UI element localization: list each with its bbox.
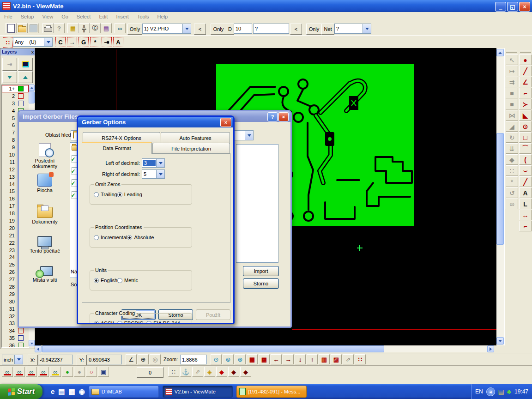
shear-icon[interactable]: ◢ — [506, 121, 518, 132]
group-icon[interactable]: ∞ — [506, 199, 518, 209]
layer-color-box[interactable] — [18, 335, 24, 341]
cancel-button[interactable]: Storno — [243, 278, 279, 289]
places-bar-item[interactable]: Plocha — [22, 174, 68, 204]
highlight-g-icon[interactable]: G — [79, 37, 89, 47]
move-icon[interactable]: ↦ — [506, 66, 518, 76]
layer-select-combo[interactable]: 1) V2.PHO — [142, 24, 191, 34]
view-trace-glasses-icon[interactable]: ∞ — [38, 367, 49, 377]
zoom-value-input[interactable]: 1.8866 — [180, 355, 207, 364]
view-lines-glasses-icon[interactable]: ∞ — [14, 367, 25, 377]
view-flash-glasses-icon[interactable]: ∞ — [26, 367, 37, 377]
places-bar-item[interactable]: Dokumenty — [22, 204, 68, 235]
settings-gear-icon[interactable]: * — [506, 176, 518, 187]
draw-circle-icon[interactable]: ⊙ — [519, 121, 532, 132]
language-indicator[interactable]: EN — [475, 388, 483, 395]
new-file-icon[interactable] — [6, 23, 17, 33]
bulb-on-icon[interactable]: ● — [62, 367, 73, 377]
chevron-down-icon[interactable] — [156, 159, 164, 167]
radio-option[interactable]: Leading — [117, 192, 142, 197]
dcode-list-icon[interactable]: Ⓒ — [90, 23, 101, 33]
ie-icon[interactable]: e — [51, 387, 54, 396]
step-icon[interactable]: ⇥ — [102, 37, 112, 47]
radio-icon[interactable] — [94, 192, 99, 197]
chevron-down-icon[interactable] — [182, 24, 191, 33]
prev-layer-button[interactable]: < — [194, 24, 206, 35]
help-icon[interactable]: ? — [267, 112, 278, 121]
copy-icon[interactable]: ⇉ — [506, 77, 518, 87]
layer-row[interactable]: 3 — [2, 100, 29, 107]
inspect-glasses-icon[interactable]: ∞ — [115, 23, 126, 33]
draw-text-icon[interactable]: A — [519, 187, 532, 198]
menu-item[interactable]: Insert — [112, 14, 133, 19]
mirror-icon[interactable]: ⋈ — [506, 110, 518, 121]
menu-item[interactable]: File — [0, 14, 17, 19]
layer-color-box[interactable] — [18, 93, 24, 99]
apply-button[interactable]: Použít — [196, 309, 230, 320]
zoom-dynamic-icon[interactable]: ⊛ — [235, 354, 246, 364]
scroll-left-icon[interactable] — [35, 345, 42, 352]
layer-scroll-thumb[interactable] — [29, 91, 35, 103]
zoom-in-icon[interactable]: ⊙ — [211, 354, 222, 364]
taskbar-task[interactable]: D:\MLAB — [89, 386, 159, 398]
net-select-combo[interactable]: ? — [334, 24, 371, 34]
pad-black-icon[interactable]: ◆ — [240, 367, 251, 377]
radio-option[interactable]: ASCII — [94, 320, 114, 324]
resize-region-icon[interactable]: ⇗ — [343, 354, 354, 364]
radio-option[interactable]: EBCDIC — [117, 320, 144, 324]
bulb-outline-icon[interactable]: ○ — [86, 367, 97, 377]
radio-option[interactable]: Absolute — [127, 235, 154, 240]
anchor-icon[interactable]: ⚓ — [180, 367, 191, 377]
gerber-dialog-titlebar[interactable]: Gerber Options × — [78, 117, 233, 127]
radio-icon[interactable] — [117, 192, 122, 197]
board-grid-icon[interactable]: ▦ — [247, 354, 258, 364]
start-button[interactable]: Start — [0, 384, 42, 399]
vector-move-icon[interactable]: ⇗ — [192, 367, 203, 377]
pan-up-icon[interactable]: ↑ — [307, 354, 318, 364]
menu-item[interactable]: Select — [73, 14, 95, 19]
open-file-icon[interactable] — [17, 23, 28, 33]
draw-arrow-icon[interactable]: ≻ — [519, 99, 532, 109]
dcode-query-input[interactable]: ? — [253, 24, 289, 34]
draw-hook-icon[interactable]: ⌐ — [519, 221, 532, 231]
import-button[interactable]: Import — [243, 266, 279, 276]
scroll-up-icon[interactable] — [496, 49, 504, 56]
draw-label-icon[interactable]: L — [519, 199, 532, 209]
scroll-up-icon[interactable] — [29, 85, 35, 91]
chevron-down-icon[interactable] — [363, 24, 371, 33]
layer-stack-icon[interactable] — [18, 58, 33, 71]
tab-data-format[interactable]: Data Format — [82, 142, 152, 154]
draw-sketch-icon[interactable]: ╱ — [519, 176, 532, 187]
menu-item[interactable]: Tools — [133, 14, 153, 19]
tools-icon[interactable]: ╬ — [79, 23, 90, 33]
view-hilite-glasses-icon[interactable]: ∞ — [50, 367, 61, 377]
context-help-icon[interactable]: ? — [54, 23, 65, 33]
hscroll-thumb[interactable] — [42, 345, 384, 352]
tab-file-interpretation[interactable]: File Interpretation — [152, 143, 230, 154]
draw-dimension-icon[interactable]: ↔ — [519, 210, 532, 220]
pan-left-icon[interactable]: ← — [271, 354, 282, 364]
close-icon[interactable]: × — [220, 118, 231, 127]
draw-curve-icon[interactable]: ( — [519, 154, 532, 165]
notes-tray-icon[interactable]: ▤ — [498, 388, 504, 395]
layer-swap-icon[interactable]: ▨ — [331, 354, 342, 364]
chevron-down-icon[interactable] — [44, 38, 52, 46]
toolbar-grip[interactable] — [506, 50, 517, 53]
select-dots-icon[interactable]: ∷ — [355, 354, 366, 364]
select-cursor-icon[interactable]: ↖ — [506, 54, 518, 65]
draw-rect-icon[interactable]: □ — [519, 132, 532, 143]
tray-collapse-icon[interactable]: ◂ — [486, 387, 495, 396]
close-icon[interactable]: x — [31, 50, 34, 54]
radio-icon[interactable] — [117, 321, 122, 325]
film-colors-icon[interactable]: ▤ — [101, 23, 112, 33]
layer-row[interactable]: 35 — [2, 334, 29, 342]
pad-dark-icon[interactable]: ◆ — [228, 367, 239, 377]
radio-option[interactable]: EIA RS-244 — [146, 320, 180, 324]
radio-option[interactable]: Trailing — [94, 192, 117, 197]
places-bar-item[interactable]: Tento počítač — [22, 235, 68, 265]
highlight-c-icon[interactable]: C — [55, 37, 66, 47]
draw-arc-icon[interactable]: ⌒ — [519, 143, 532, 154]
draw-arc2-icon[interactable]: ⌣ — [519, 165, 532, 176]
radio-option[interactable]: Incremental — [94, 235, 127, 240]
icq-flower-icon[interactable]: ♣ — [507, 388, 511, 395]
scale-icon[interactable]: ⇊ — [506, 143, 518, 154]
